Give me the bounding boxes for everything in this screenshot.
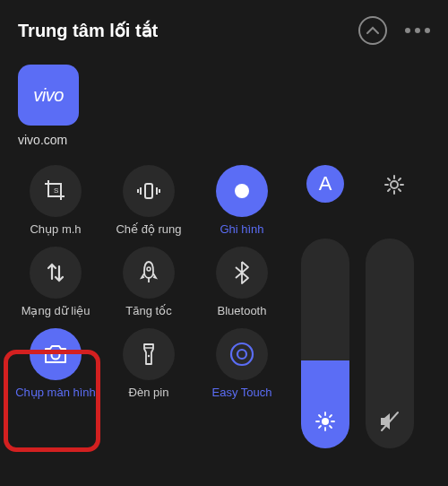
shortcut-label: Tăng tốc [125, 304, 171, 317]
svg-point-7 [237, 350, 246, 359]
svg-point-5 [148, 355, 150, 357]
volume-slider[interactable] [366, 239, 414, 448]
brightness-icon [314, 411, 336, 436]
shortcut-screenshot[interactable]: Chụp màn hình [13, 328, 99, 400]
record-icon [231, 180, 253, 202]
more-button[interactable] [405, 28, 430, 33]
auto-brightness-label: A [319, 172, 332, 195]
shortcut-flashlight[interactable]: Đèn pin [106, 328, 192, 400]
crop-icon: S [43, 178, 68, 204]
shortcut-label: Easy Touch [212, 386, 272, 399]
shortcut-label: Chế độ rung [116, 222, 181, 236]
easy-touch-icon [228, 341, 255, 368]
data-arrows-icon [44, 261, 67, 284]
shortcut-screenshot-crop[interactable]: S Chụp m.h [13, 165, 99, 236]
gear-icon [383, 173, 406, 196]
volume-mute-icon [378, 411, 401, 436]
shortcut-label: Ghi hình [220, 222, 263, 236]
svg-point-9 [322, 418, 329, 425]
vibrate-icon [136, 178, 161, 204]
shortcut-label: Chụp m.h [30, 222, 81, 236]
shortcut-label: Chụp màn hình [15, 386, 96, 400]
shortcut-label: Đèn pin [129, 386, 169, 399]
shortcut-easy-touch[interactable]: Easy Touch [199, 328, 285, 400]
svg-point-2 [235, 184, 249, 198]
svg-point-4 [52, 351, 60, 360]
chevron-up-icon [366, 26, 380, 35]
svg-point-8 [391, 181, 398, 188]
collapse-button[interactable] [358, 16, 387, 45]
shortcut-label: Bluetooth [218, 304, 267, 317]
shortcut-mobile-data[interactable]: Mạng dữ liệu [13, 247, 99, 317]
brightness-slider[interactable] [301, 239, 349, 448]
shortcut-bluetooth[interactable]: Bluetooth [199, 247, 285, 317]
bluetooth-icon [234, 260, 250, 285]
shortcut-label: Mạng dữ liệu [22, 304, 90, 317]
app-vivo[interactable]: vivo [18, 65, 79, 126]
shortcut-boost[interactable]: Tăng tốc [106, 247, 192, 317]
flashlight-icon [141, 342, 157, 367]
rocket-icon [138, 260, 159, 285]
shortcut-record[interactable]: Ghi hình [199, 165, 285, 236]
svg-text:S: S [54, 187, 58, 195]
page-title: Trung tâm lối tắt [18, 20, 358, 41]
shortcut-vibrate[interactable]: Chế độ rung [106, 165, 192, 236]
svg-point-6 [231, 343, 253, 365]
app-label: vivo.com [18, 133, 430, 147]
settings-button[interactable] [380, 170, 409, 199]
vivo-logo: vivo [33, 85, 64, 106]
auto-brightness-toggle[interactable]: A [306, 165, 344, 203]
svg-point-3 [147, 267, 151, 271]
svg-rect-1 [145, 184, 152, 198]
camera-icon [43, 343, 68, 365]
